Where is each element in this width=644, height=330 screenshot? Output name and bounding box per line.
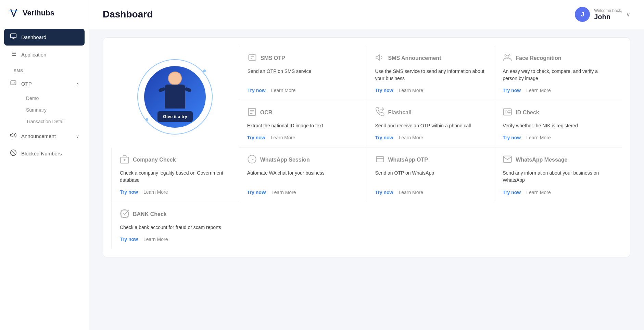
sms-otp-try-button[interactable]: Try now <box>248 88 266 93</box>
hero-cell: Give it a try <box>111 46 239 148</box>
service-wa-session-header: WhatsApp Session <box>247 154 358 165</box>
service-wa-message-desc: Send any information about your business… <box>503 169 614 184</box>
otp-icon <box>10 79 17 88</box>
service-sms-otp-name: SMS OTP <box>261 55 285 61</box>
flashcall-try-button[interactable]: Try now <box>375 135 393 140</box>
service-flashcall: Flashcall Send and receive an OTP within… <box>367 100 494 148</box>
service-ocr: OCR Extract the national ID image to tex… <box>239 100 367 148</box>
service-whatsapp-session: WhatsApp Session Automate WA chat for yo… <box>239 148 367 202</box>
service-wa-session-actions: Try noW Learn More <box>247 190 358 195</box>
service-whatsapp-otp: WhatsApp OTP Send an OTP on WhatsApp Try… <box>367 148 494 202</box>
logo-text: Verihubs <box>23 9 54 17</box>
service-sms-otp-desc: Send an OTP on SMS service <box>248 68 358 82</box>
ocr-try-button[interactable]: Try now <box>247 135 265 140</box>
sms-announcement-try-button[interactable]: Try now <box>375 88 393 93</box>
service-company-check-name: Company Check <box>133 157 176 163</box>
sms-announcement-learn-button[interactable]: Learn More <box>399 88 423 93</box>
service-wa-message-actions: Try now Learn More <box>503 190 614 195</box>
service-sms-announcement-desc: Use the SMS service to send any informat… <box>375 68 486 82</box>
svg-point-37 <box>121 210 128 217</box>
user-menu[interactable]: J Welcome back, John ∨ <box>575 7 630 22</box>
ocr-learn-button[interactable]: Learn More <box>271 135 295 140</box>
content: Give it a try SMS OTP Send an OTP on SMS… <box>89 29 644 330</box>
chevron-down-icon: ∨ <box>76 134 79 139</box>
service-flashcall-header: Flashcall <box>375 107 486 118</box>
sidebar-item-blocked[interactable]: Blocked Numbers <box>4 145 85 162</box>
wa-otp-learn-button[interactable]: Learn More <box>399 190 423 195</box>
sidebar-item-announcement-label: Announcement <box>21 133 56 139</box>
sidebar-item-otp-label: OTP <box>21 81 32 87</box>
logo-icon <box>8 8 19 18</box>
service-wa-otp-actions: Try now Learn More <box>375 190 486 195</box>
whatsapp-otp-icon <box>375 154 385 165</box>
services-grid: Give it a try SMS OTP Send an OTP on SMS… <box>103 37 630 257</box>
sms-section-label: SMS <box>4 64 85 75</box>
service-wa-otp-name: WhatsApp OTP <box>388 157 428 163</box>
service-wa-message-header: WhatsApp Message <box>503 154 614 165</box>
id-check-learn-button[interactable]: Learn More <box>526 135 551 140</box>
sidebar-item-announcement[interactable]: Announcement ∨ <box>4 128 85 144</box>
header: Dashboard J Welcome back, John ∨ <box>89 0 644 29</box>
id-check-try-button[interactable]: Try now <box>503 135 521 140</box>
welcome-text: Welcome back, <box>594 8 622 13</box>
wa-session-learn-button[interactable]: Learn More <box>272 190 296 195</box>
flashcall-learn-button[interactable]: Learn More <box>399 135 423 140</box>
sidebar-item-dashboard[interactable]: Dashboard <box>4 29 85 46</box>
svg-rect-35 <box>376 156 383 162</box>
face-recognition-learn-button[interactable]: Learn More <box>526 88 551 93</box>
service-wa-message-name: WhatsApp Message <box>516 157 567 163</box>
ocr-icon <box>247 107 257 118</box>
service-ocr-header: OCR <box>247 107 358 118</box>
sms-otp-icon <box>248 53 257 64</box>
sidebar-item-dashboard-label: Dashboard <box>21 34 46 40</box>
announcement-icon <box>10 132 17 140</box>
face-recognition-icon <box>503 53 512 64</box>
service-flashcall-actions: Try now Learn More <box>375 135 486 140</box>
service-bank-check: BANK Check Check a bank account for frau… <box>111 202 239 249</box>
company-check-icon <box>120 154 129 165</box>
service-company-check-header: Company Check <box>120 154 231 165</box>
whatsapp-session-icon <box>247 154 257 165</box>
service-id-check-header: ID Check <box>503 107 614 118</box>
service-bank-check-header: BANK Check <box>120 209 231 220</box>
sidebar-subitem-transaction[interactable]: Transaction Detail <box>22 116 85 127</box>
service-sms-announcement-name: SMS Announcement <box>388 55 441 61</box>
avatar: J <box>575 7 590 22</box>
service-face-recognition-actions: Try now Learn More <box>503 88 614 93</box>
service-bank-check-desc: Check a bank account for fraud or scam r… <box>120 224 231 231</box>
service-sms-announcement-actions: Try now Learn More <box>375 88 486 93</box>
service-id-check-desc: Verify whether the NIK is registered <box>503 122 614 129</box>
service-face-recognition-header: Face Recognition <box>503 53 614 64</box>
wa-message-learn-button[interactable]: Learn More <box>526 190 551 195</box>
service-id-check: ID Check Verify whether the NIK is regis… <box>494 100 622 148</box>
sidebar-subitem-summary[interactable]: Summary <box>22 104 85 115</box>
service-id-check-actions: Try now Learn More <box>503 135 614 140</box>
company-check-learn-button[interactable]: Learn More <box>143 189 168 195</box>
wa-message-try-button[interactable]: Try now <box>503 190 521 195</box>
service-wa-session-name: WhatsApp Session <box>260 157 310 163</box>
service-sms-otp: SMS OTP Send an OTP on SMS service Try n… <box>239 46 367 100</box>
id-check-icon <box>503 107 512 118</box>
service-sms-otp-actions: Try now Learn More <box>248 88 358 93</box>
face-recognition-try-button[interactable]: Try now <box>503 88 521 93</box>
wa-otp-try-button[interactable]: Try now <box>375 190 393 195</box>
bank-check-learn-button[interactable]: Learn More <box>143 237 168 242</box>
svg-line-15 <box>11 151 15 155</box>
service-company-check-actions: Try now Learn More <box>120 189 231 195</box>
bank-check-try-button[interactable]: Try now <box>120 237 138 242</box>
flashcall-icon <box>375 107 385 118</box>
service-company-check: Company Check Check a company legality b… <box>111 148 239 202</box>
sidebar-item-otp[interactable]: OTP ∧ <box>4 75 85 92</box>
list-icon <box>10 50 17 59</box>
sidebar-item-application[interactable]: Application <box>4 46 85 63</box>
hero-banner: Give it a try <box>157 111 193 122</box>
sidebar-subitem-demo[interactable]: Demo <box>22 93 85 104</box>
service-bank-check-actions: Try now Learn More <box>120 237 231 242</box>
user-name: John <box>594 13 622 21</box>
wa-session-try-button[interactable]: Try noW <box>247 190 266 195</box>
sidebar-nav: Dashboard Application SMS <box>0 26 89 165</box>
company-check-try-button[interactable]: Try now <box>120 189 138 195</box>
whatsapp-message-icon <box>503 154 512 165</box>
service-company-check-desc: Check a company legality based on Govern… <box>120 169 231 184</box>
sms-otp-learn-button[interactable]: Learn More <box>271 88 296 93</box>
